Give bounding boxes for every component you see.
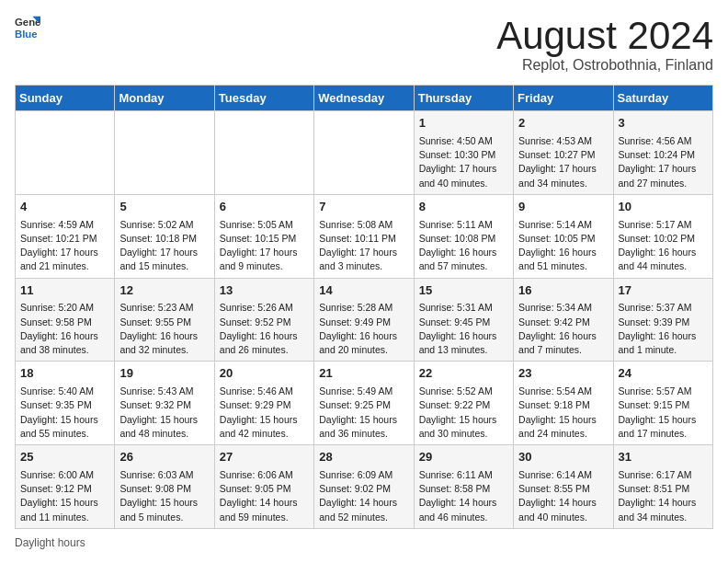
day-number: 17 [619, 282, 708, 300]
day-info: Sunrise: 5:37 AM Sunset: 9:39 PM Dayligh… [619, 301, 708, 357]
day-info: Sunrise: 5:43 AM Sunset: 9:32 PM Dayligh… [119, 385, 209, 441]
calendar-cell: 25Sunrise: 6:00 AM Sunset: 9:12 PM Dayli… [16, 445, 115, 529]
calendar-cell: 13Sunrise: 5:26 AM Sunset: 9:52 PM Dayli… [214, 278, 313, 362]
logo-icon: General Blue [15, 15, 40, 40]
day-info: Sunrise: 6:06 AM Sunset: 9:05 PM Dayligh… [220, 468, 309, 524]
calendar-cell [314, 111, 414, 195]
col-header-wednesday: Wednesday [314, 86, 414, 111]
day-number: 26 [119, 449, 209, 466]
day-info: Sunrise: 5:28 AM Sunset: 9:49 PM Dayligh… [319, 301, 408, 357]
day-info: Sunrise: 5:08 AM Sunset: 10:11 PM Daylig… [319, 218, 408, 274]
day-number: 28 [319, 449, 408, 466]
col-header-friday: Friday [514, 86, 613, 111]
day-number: 30 [518, 449, 608, 466]
logo: General Blue [15, 15, 40, 40]
day-number: 1 [419, 115, 508, 132]
day-info: Sunrise: 5:20 AM Sunset: 9:58 PM Dayligh… [20, 301, 109, 357]
calendar-week-row: 1Sunrise: 4:50 AM Sunset: 10:30 PM Dayli… [16, 111, 713, 195]
day-number: 18 [20, 365, 109, 383]
day-info: Sunrise: 4:53 AM Sunset: 10:27 PM Daylig… [518, 134, 608, 190]
day-number: 19 [119, 365, 209, 383]
day-number: 8 [419, 199, 508, 216]
calendar-cell: 24Sunrise: 5:57 AM Sunset: 9:15 PM Dayli… [613, 362, 712, 445]
calendar-cell: 16Sunrise: 5:34 AM Sunset: 9:42 PM Dayli… [514, 278, 613, 362]
calendar-cell: 21Sunrise: 5:49 AM Sunset: 9:25 PM Dayli… [314, 362, 414, 445]
calendar-cell: 1Sunrise: 4:50 AM Sunset: 10:30 PM Dayli… [414, 111, 513, 195]
day-info: Sunrise: 5:52 AM Sunset: 9:22 PM Dayligh… [419, 385, 508, 441]
calendar-cell: 2Sunrise: 4:53 AM Sunset: 10:27 PM Dayli… [514, 111, 613, 195]
day-number: 4 [20, 199, 109, 216]
calendar-cell: 17Sunrise: 5:37 AM Sunset: 9:39 PM Dayli… [613, 278, 712, 362]
day-number: 21 [319, 365, 408, 383]
day-info: Sunrise: 5:23 AM Sunset: 9:55 PM Dayligh… [119, 301, 209, 357]
col-header-thursday: Thursday [414, 86, 513, 111]
header: General Blue August 2024 Replot, Ostrobo… [15, 15, 713, 74]
calendar-cell [214, 111, 313, 195]
calendar-cell [16, 111, 115, 195]
day-number: 20 [220, 365, 309, 383]
day-number: 16 [518, 282, 608, 300]
calendar-cell: 5Sunrise: 5:02 AM Sunset: 10:18 PM Dayli… [115, 194, 214, 278]
day-info: Sunrise: 6:00 AM Sunset: 9:12 PM Dayligh… [20, 468, 109, 524]
day-number: 27 [220, 449, 309, 466]
calendar-cell: 10Sunrise: 5:17 AM Sunset: 10:02 PM Dayl… [613, 194, 712, 278]
calendar-cell: 28Sunrise: 6:09 AM Sunset: 9:02 PM Dayli… [314, 445, 414, 529]
day-info: Sunrise: 4:56 AM Sunset: 10:24 PM Daylig… [619, 134, 708, 190]
title-area: August 2024 Replot, Ostrobothnia, Finlan… [496, 15, 713, 74]
col-header-monday: Monday [115, 86, 214, 111]
day-number: 23 [518, 365, 608, 383]
day-number: 5 [119, 199, 209, 216]
calendar-table: SundayMondayTuesdayWednesdayThursdayFrid… [15, 85, 713, 529]
calendar-week-row: 18Sunrise: 5:40 AM Sunset: 9:35 PM Dayli… [16, 362, 713, 445]
day-number: 15 [419, 282, 508, 300]
day-number: 10 [619, 199, 708, 216]
sub-title: Replot, Ostrobothnia, Finland [496, 57, 713, 74]
day-number: 25 [20, 449, 109, 466]
day-info: Sunrise: 6:14 AM Sunset: 8:55 PM Dayligh… [518, 468, 608, 524]
day-info: Sunrise: 5:40 AM Sunset: 9:35 PM Dayligh… [20, 385, 109, 441]
main-title: August 2024 [496, 15, 713, 57]
calendar-cell: 27Sunrise: 6:06 AM Sunset: 9:05 PM Dayli… [214, 445, 313, 529]
day-number: 22 [419, 365, 508, 383]
day-info: Sunrise: 5:14 AM Sunset: 10:05 PM Daylig… [518, 218, 608, 274]
day-number: 9 [518, 199, 608, 216]
day-info: Sunrise: 6:03 AM Sunset: 9:08 PM Dayligh… [119, 468, 209, 524]
svg-text:Blue: Blue [15, 29, 38, 40]
footer-note: Daylight hours [15, 536, 713, 549]
day-info: Sunrise: 5:02 AM Sunset: 10:18 PM Daylig… [119, 218, 209, 274]
day-info: Sunrise: 4:59 AM Sunset: 10:21 PM Daylig… [20, 218, 109, 274]
day-number: 24 [619, 365, 708, 383]
calendar-cell: 6Sunrise: 5:05 AM Sunset: 10:15 PM Dayli… [214, 194, 313, 278]
day-info: Sunrise: 5:34 AM Sunset: 9:42 PM Dayligh… [518, 301, 608, 357]
day-number: 11 [20, 282, 109, 300]
day-info: Sunrise: 5:05 AM Sunset: 10:15 PM Daylig… [220, 218, 309, 274]
calendar-cell: 15Sunrise: 5:31 AM Sunset: 9:45 PM Dayli… [414, 278, 513, 362]
day-info: Sunrise: 6:11 AM Sunset: 8:58 PM Dayligh… [419, 468, 508, 524]
calendar-cell: 11Sunrise: 5:20 AM Sunset: 9:58 PM Dayli… [16, 278, 115, 362]
calendar-cell: 31Sunrise: 6:17 AM Sunset: 8:51 PM Dayli… [613, 445, 712, 529]
calendar-cell: 7Sunrise: 5:08 AM Sunset: 10:11 PM Dayli… [314, 194, 414, 278]
day-info: Sunrise: 5:26 AM Sunset: 9:52 PM Dayligh… [220, 301, 309, 357]
day-number: 13 [220, 282, 309, 300]
calendar-cell: 26Sunrise: 6:03 AM Sunset: 9:08 PM Dayli… [115, 445, 214, 529]
day-info: Sunrise: 5:49 AM Sunset: 9:25 PM Dayligh… [319, 385, 408, 441]
day-number: 12 [119, 282, 209, 300]
calendar-cell: 9Sunrise: 5:14 AM Sunset: 10:05 PM Dayli… [514, 194, 613, 278]
calendar-header-row: SundayMondayTuesdayWednesdayThursdayFrid… [16, 86, 713, 111]
col-header-sunday: Sunday [16, 86, 115, 111]
day-info: Sunrise: 5:31 AM Sunset: 9:45 PM Dayligh… [419, 301, 508, 357]
day-number: 14 [319, 282, 408, 300]
calendar-cell: 12Sunrise: 5:23 AM Sunset: 9:55 PM Dayli… [115, 278, 214, 362]
calendar-cell [115, 111, 214, 195]
day-info: Sunrise: 5:54 AM Sunset: 9:18 PM Dayligh… [518, 385, 608, 441]
calendar-cell: 23Sunrise: 5:54 AM Sunset: 9:18 PM Dayli… [514, 362, 613, 445]
day-number: 31 [619, 449, 708, 466]
col-header-saturday: Saturday [613, 86, 712, 111]
calendar-week-row: 25Sunrise: 6:00 AM Sunset: 9:12 PM Dayli… [16, 445, 713, 529]
day-number: 3 [619, 115, 708, 132]
day-info: Sunrise: 5:17 AM Sunset: 10:02 PM Daylig… [619, 218, 708, 274]
calendar-week-row: 4Sunrise: 4:59 AM Sunset: 10:21 PM Dayli… [16, 194, 713, 278]
day-number: 6 [220, 199, 309, 216]
day-number: 29 [419, 449, 508, 466]
day-info: Sunrise: 5:11 AM Sunset: 10:08 PM Daylig… [419, 218, 508, 274]
